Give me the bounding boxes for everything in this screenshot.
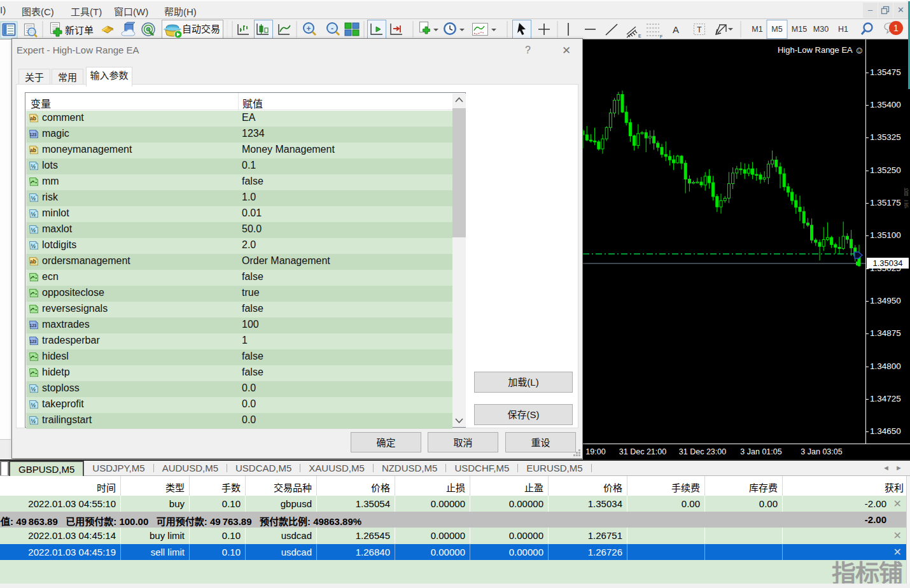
svg-text:½: ½ — [31, 195, 36, 202]
svg-text:½: ½ — [31, 417, 36, 424]
svg-text:H1: H1 — [838, 25, 848, 34]
svg-text:123: 123 — [30, 132, 37, 137]
svg-text:M30: M30 — [813, 25, 829, 34]
svg-text:M1: M1 — [752, 25, 762, 34]
svg-text:A: A — [673, 24, 679, 35]
svg-text:T: T — [697, 25, 702, 34]
svg-text:½: ½ — [31, 227, 36, 234]
svg-text:123: 123 — [30, 323, 37, 328]
svg-text:ab: ab — [30, 115, 36, 122]
svg-text:自动交易: 自动交易 — [182, 24, 220, 34]
svg-text:+: + — [306, 24, 311, 33]
svg-text:-: - — [331, 24, 333, 33]
svg-text:½: ½ — [31, 163, 36, 170]
svg-text:E: E — [638, 34, 641, 38]
svg-text:½: ½ — [31, 242, 36, 249]
svg-text:M15: M15 — [792, 25, 807, 34]
svg-text:½: ½ — [31, 402, 36, 409]
svg-text:1: 1 — [893, 23, 899, 33]
svg-text:ab: ab — [30, 147, 36, 153]
svg-text:ab: ab — [30, 258, 36, 265]
svg-text:F: F — [660, 34, 662, 39]
svg-text:½: ½ — [31, 386, 36, 393]
svg-text:123: 123 — [30, 339, 37, 344]
svg-text:M5: M5 — [771, 25, 782, 34]
svg-text:½: ½ — [31, 211, 36, 218]
